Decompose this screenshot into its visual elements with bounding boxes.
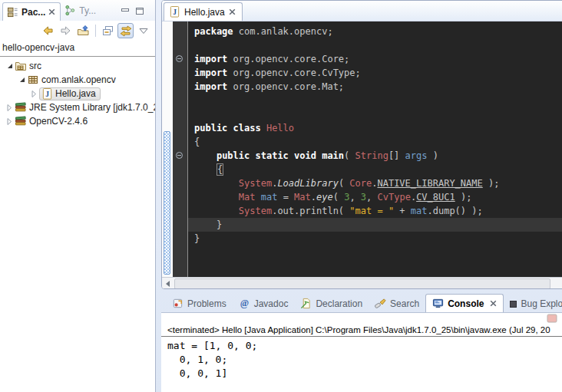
bug-square-icon	[510, 301, 517, 308]
collapse-arrow-icon[interactable]	[5, 104, 15, 112]
console-body: <terminated> Hello [Java Application] C:…	[161, 312, 562, 392]
code-line: {	[194, 135, 562, 149]
console-output[interactable]: mat = [1, 0, 0; 0, 1, 0; 0, 0, 1]	[161, 337, 562, 380]
code-token: "mat = "	[349, 206, 394, 216]
editor-tabbar: J Hello.java	[162, 1, 562, 21]
tree-item-label: src	[29, 61, 41, 71]
console-view: Problems@JavadocDeclarationSearchConsole…	[161, 292, 562, 392]
tab-console[interactable]: Console	[425, 294, 504, 312]
close-icon[interactable]	[229, 8, 236, 15]
tree-item-com-anlak-opencv[interactable]: com.anlak.opencv	[0, 73, 155, 87]
declaration-icon	[300, 298, 312, 309]
java-file-icon: J	[41, 88, 53, 100]
code-token: CV_8UC1	[416, 192, 455, 203]
package-explorer-tabbar: Pac... Ty...	[0, 0, 155, 21]
console-output-line: 0, 0, 1]	[167, 367, 562, 380]
expand-arrow-icon[interactable]	[17, 77, 27, 82]
tree-item-src[interactable]: src	[0, 59, 155, 73]
code-token: mat	[411, 206, 428, 216]
code-token: org.opencv.core.Core;	[227, 54, 349, 64]
go-up-button[interactable]	[75, 23, 91, 38]
tab-declaration[interactable]: Declaration	[294, 295, 369, 312]
code-token: org.opencv.core.CvType;	[227, 68, 360, 78]
close-icon[interactable]	[490, 300, 497, 307]
code-editor[interactable]: package com.anlak.opencv;import org.open…	[188, 21, 562, 277]
minimize-button[interactable]	[121, 7, 130, 15]
code-line: System.out.println( "mat = " + mat.dump(…	[194, 204, 562, 218]
code-line-current: }	[188, 218, 562, 232]
code-token: ,	[366, 192, 377, 203]
fold-collapse-icon[interactable]	[176, 55, 183, 62]
back-button[interactable]	[40, 23, 56, 38]
toolbar-separator	[95, 25, 96, 37]
collapse-all-button[interactable]	[100, 23, 116, 38]
view-window-buttons	[121, 7, 155, 21]
package-explorer-toolbar	[0, 21, 155, 41]
folding-gutter	[173, 21, 188, 277]
code-token: org.opencv.core.Mat;	[227, 81, 344, 92]
collapse-arrow-icon[interactable]	[5, 117, 15, 126]
tree-item-jre-system-library-jdk1-7-0-25[interactable]: JRE System Library [jdk1.7.0_25]	[0, 100, 155, 114]
scrollbar-thumb[interactable]	[174, 278, 550, 289]
tab-hello-java[interactable]: J Hello.java	[164, 2, 243, 21]
scroll-left-arrow-icon[interactable]	[166, 281, 170, 287]
view-menu-button[interactable]	[135, 23, 151, 38]
code-token: (	[333, 192, 344, 203]
panel-sash-vertical[interactable]	[156, 0, 161, 392]
code-token: ,	[349, 192, 360, 203]
expand-arrow-icon[interactable]	[5, 64, 15, 68]
terminate-button[interactable]	[547, 314, 557, 323]
tree-item-hello-java[interactable]: JHello.java	[0, 87, 155, 100]
tab-label: Pac...	[21, 7, 45, 18]
tree-item-label: JRE System Library [jdk1.7.0_25]	[29, 102, 155, 113]
code-line: System.LoadLibrary( Core.NATIVE_LIBRARY_…	[194, 176, 562, 190]
tab-search[interactable]: Search	[369, 295, 425, 312]
code-line: import org.opencv.core.Mat;	[194, 80, 562, 94]
code-token: args	[405, 150, 428, 161]
tab-label: Javadoc	[254, 298, 289, 309]
code-token: );	[455, 192, 472, 203]
code-token: System	[239, 178, 272, 189]
forward-button[interactable]	[58, 23, 74, 38]
tab-package-explorer[interactable]: Pac...	[2, 2, 61, 21]
code-token: Mat	[294, 192, 311, 203]
tab-type-hierarchy[interactable]: Ty...	[61, 2, 101, 21]
code-token: package	[194, 26, 233, 37]
tree-item-project-root[interactable]: hello-opencv-java	[0, 41, 155, 57]
tab-javadoc[interactable]: @Javadoc	[233, 295, 295, 312]
tab-label: Declaration	[316, 298, 362, 309]
tab-label: Ty...	[79, 5, 96, 16]
tab-bug-explorer[interactable]: Bug Explorer	[504, 295, 562, 312]
tree-item-label: com.anlak.opencv	[41, 74, 116, 85]
code-token	[194, 178, 239, 189]
collapse-arrow-icon[interactable]	[29, 90, 39, 98]
link-with-editor-button[interactable]	[117, 23, 134, 38]
code-token	[255, 192, 260, 203]
horizontal-scrollbar[interactable]	[162, 277, 562, 289]
code-token: LoadLibrary	[277, 178, 338, 189]
fold-collapse-icon[interactable]	[176, 152, 183, 159]
tab-problems[interactable]: Problems	[166, 295, 233, 312]
svg-text:@: @	[240, 298, 249, 308]
code-token: +	[394, 206, 411, 216]
code-token: Mat	[239, 192, 256, 203]
maximize-button[interactable]	[135, 7, 144, 15]
range-indicator	[164, 131, 170, 275]
code-line	[194, 38, 562, 52]
code-line: {	[194, 163, 562, 176]
console-icon	[432, 298, 444, 309]
tree-item-opencv-2-4-6[interactable]: OpenCV-2.4.6	[0, 114, 155, 128]
project-tree: srccom.anlak.opencvJHello.javaJRE System…	[0, 57, 155, 128]
library-icon	[15, 101, 27, 114]
code-token: com.anlak.opencv;	[233, 26, 333, 37]
code-line: Mat mat = Mat.eye( 3, 3, CvType.CV_8UC1 …	[194, 190, 562, 204]
svg-text:J: J	[45, 90, 49, 97]
library-icon	[15, 115, 27, 127]
close-icon[interactable]	[48, 8, 55, 15]
code-token	[194, 164, 217, 175]
code-token	[194, 150, 217, 161]
tree-item-label: OpenCV-2.4.6	[29, 116, 88, 127]
package-explorer-view: Pac... Ty... hello-opencv-java srccom.an…	[0, 0, 156, 392]
code-token: Core	[349, 178, 372, 189]
editor-vertical-ruler	[162, 21, 173, 277]
